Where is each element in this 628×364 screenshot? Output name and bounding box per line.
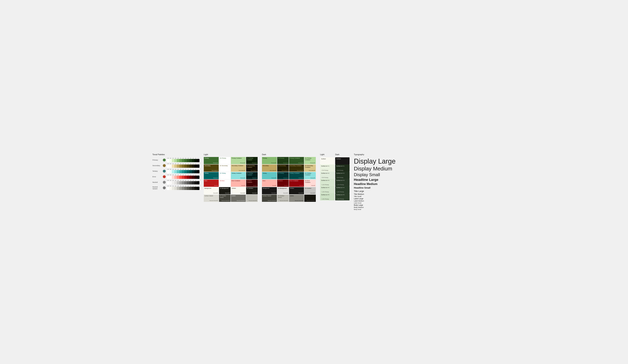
swatch-number: 40	[187, 169, 189, 170]
swatch-number: 95	[172, 180, 174, 181]
cell-name: Secondary	[263, 165, 276, 167]
swatch	[197, 176, 199, 179]
swatch-number: 60	[182, 163, 184, 164]
elevation-name: Surface at +1	[321, 165, 333, 167]
cell-value: Error20	[284, 185, 288, 186]
swatch	[184, 181, 187, 184]
swatch-number: 50	[184, 158, 187, 159]
cell-name: Surface Variant	[205, 195, 218, 197]
cell-name: On Error	[278, 180, 288, 182]
typo-item-headline-medium: Headline Medium	[354, 182, 395, 186]
swatch-number: 30	[189, 169, 192, 170]
elevation-item: Surface at +1+ 5% Primary	[320, 165, 334, 172]
swatch	[182, 170, 184, 173]
swatch	[194, 187, 197, 190]
swatch	[174, 170, 177, 173]
color-cell: On SurfaceNeutral80	[304, 187, 316, 194]
swatch-numbers-row: 10099959080706050403020100	[167, 169, 199, 170]
color-cell: Error ContainerError30	[289, 180, 304, 187]
swatch	[189, 187, 192, 190]
swatch-number: 95	[172, 163, 174, 164]
swatch-number: 60	[182, 158, 184, 159]
cell-name: On Tertiary	[278, 173, 288, 174]
elevation-name: Surface at +5	[321, 194, 333, 195]
swatch-strip	[167, 176, 199, 179]
swatch	[179, 176, 182, 179]
color-cell: On BackgroundNeutral10	[219, 187, 231, 194]
color-cell: SecondarySecondary40	[204, 165, 219, 172]
swatch	[169, 170, 172, 173]
swatch	[192, 170, 194, 173]
swatch	[189, 176, 192, 179]
swatch-numbers-row: 10099959080706050403020100	[167, 180, 199, 181]
elevation-item: Surface at +4+ 12% Primary	[320, 186, 334, 193]
typo-item-body-medium: Body Medium	[354, 206, 395, 208]
color-cell: On Surface VariantNeutral-Variant30	[219, 195, 231, 202]
swatch	[184, 170, 187, 173]
cell-name: On Surface Variant	[220, 195, 230, 198]
swatch	[177, 170, 179, 173]
color-cell: Secondary ContainerSecondary90	[231, 165, 246, 172]
elevation-sub: + 14% Primary	[321, 198, 333, 200]
color-cell: On ErrorError20	[277, 180, 289, 187]
cell-name: On Secondary Container	[305, 165, 315, 168]
light-scheme-section: Light PrimaryPrimary40On PrimaryPrimary …	[204, 153, 258, 202]
cell-value: Neutral80	[311, 192, 315, 194]
color-row: SecondarySecondary80On SecondarySecondar…	[262, 165, 316, 172]
elevation-name: Surface at +2	[336, 172, 348, 174]
cell-name: Surface	[232, 188, 245, 189]
palette-row: Neutral10099959080706050403020100	[153, 180, 199, 184]
swatch-number: 99	[169, 169, 172, 170]
swatch	[169, 176, 172, 179]
elevation-sub: + 8% Primary	[336, 177, 348, 178]
palette-swatches: 10099959080706050403020100	[167, 180, 199, 184]
cell-value: Primary90	[310, 162, 315, 164]
cell-value: Error90	[241, 185, 245, 186]
color-cell: Tertiary ContainerTertiary90	[231, 172, 246, 179]
swatch-number: 50	[184, 169, 187, 170]
cell-value: Secondary40	[212, 170, 218, 171]
typo-item-display-small: Display Small	[354, 172, 395, 178]
palette-circle	[163, 164, 166, 167]
swatch-number: 60	[182, 169, 184, 170]
dark-color-grid: PrimaryPrimary80On PrimaryPrimary20Prima…	[262, 157, 316, 202]
swatch-number: 0	[197, 158, 199, 159]
palette-circle	[163, 159, 166, 161]
swatch	[179, 165, 182, 168]
color-row: TertiaryTertiary80On TertiaryTertiary20T…	[262, 172, 316, 179]
cell-value: Secondary90	[239, 170, 245, 171]
swatch-number: 20	[192, 169, 194, 170]
swatch	[179, 181, 182, 184]
swatch	[194, 159, 197, 162]
palette-row: Tertiary10099959080706050403020100	[153, 169, 199, 173]
typo-item-title-large: Title Large	[354, 190, 395, 193]
cell-value: Error80	[273, 185, 276, 186]
palette-swatches: 10099959080706050403020100	[167, 163, 199, 168]
cell-value: Neutral99	[213, 192, 218, 194]
swatch-number: 60	[182, 180, 184, 181]
palette-name: Secondary	[153, 165, 162, 167]
cell-name: Error	[205, 180, 218, 182]
color-cell: On Error ContainerError10	[246, 180, 258, 187]
swatch-number: 60	[182, 185, 184, 186]
dark-scheme-section: Dark PrimaryPrimary80On PrimaryPrimary20…	[262, 153, 316, 202]
color-cell: On Primary ContainerPrimary90	[304, 157, 316, 164]
swatch-number: 30	[189, 180, 192, 181]
cell-name: Tertiary Container	[290, 173, 303, 174]
swatch	[194, 181, 197, 184]
palette-row: Secondary10099959080706050403020100	[153, 163, 199, 168]
palette-row: Error10099959080706050403020100	[153, 174, 199, 179]
swatch-number: 10	[194, 158, 197, 159]
swatch	[187, 170, 189, 173]
color-cell: On Tertiary ContainerTertiary10	[246, 172, 258, 179]
cell-value: Neutral-Variant90	[210, 200, 218, 201]
swatch	[172, 159, 174, 162]
typography-section: Typography Display LargeDisplay MediumDi…	[354, 153, 395, 210]
cell-name: Outline	[290, 195, 303, 197]
swatch	[187, 187, 189, 190]
elevation-item: Surface at +3+ 11% Primary	[335, 179, 350, 186]
swatch	[189, 181, 192, 184]
color-cell: Surface VariantNeutral-Variant90	[204, 195, 219, 202]
swatch-number: 90	[174, 158, 177, 159]
swatch	[189, 165, 192, 168]
